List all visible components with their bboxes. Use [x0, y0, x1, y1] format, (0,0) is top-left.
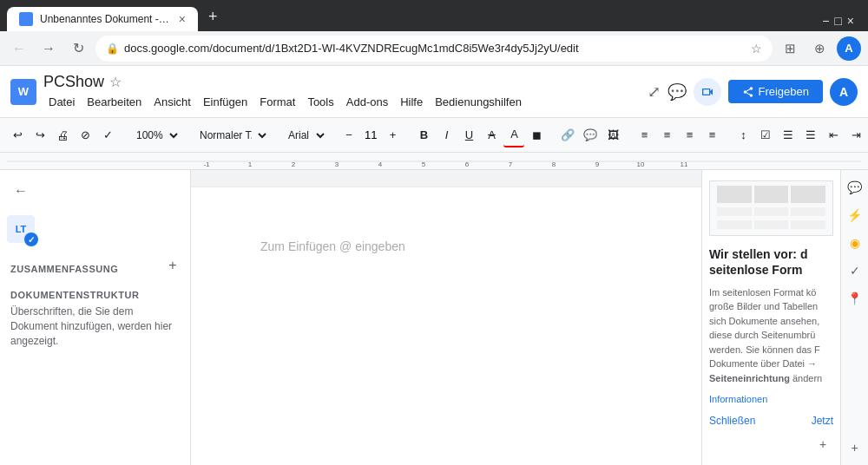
doc-title[interactable]: PCShow	[43, 73, 104, 91]
menu-hilfe[interactable]: Hilfe	[395, 93, 428, 111]
reload-button[interactable]: ↻	[66, 36, 90, 61]
share-label: Freigeben	[758, 85, 809, 98]
star-icon[interactable]: ☆	[109, 74, 122, 90]
accept-panel-button[interactable]: Jetzt	[812, 415, 833, 427]
right-panel-info-link[interactable]: Informationen	[709, 394, 833, 404]
right-icon-keep[interactable]: ◉	[845, 232, 865, 253]
address-url[interactable]: docs.google.com/document/d/1Bxt2D1-WI-4K…	[124, 42, 746, 55]
right-icon-tasks[interactable]: ✓	[845, 260, 865, 281]
menu-bearbeiten[interactable]: Bearbeiten	[82, 93, 147, 111]
svg-text:2: 2	[292, 160, 296, 168]
right-panel-body: Im seitenlosen Format kö große Bilder un…	[709, 285, 833, 386]
italic-button[interactable]: I	[436, 123, 457, 147]
strikethrough-button[interactable]: A	[481, 123, 502, 147]
back-button[interactable]: ←	[7, 36, 31, 61]
numbered-list-button[interactable]: ☰	[800, 123, 821, 147]
image-button[interactable]: 🖼	[602, 123, 623, 147]
bookmark-icon[interactable]: ☆	[751, 42, 762, 56]
right-panel: Wir stellen vor: d seitenlose Form Im se…	[701, 170, 840, 465]
redo-button[interactable]: ↪	[30, 123, 50, 147]
extension-button[interactable]: ⊞	[778, 36, 802, 61]
user-avatar[interactable]: A	[830, 78, 858, 106]
paint-format-button[interactable]: ⊘	[75, 123, 95, 147]
decrease-indent-button[interactable]: ⇤	[823, 123, 844, 147]
lt-badge[interactable]: LT ✓	[7, 215, 35, 243]
font-select[interactable]: Arial	[280, 124, 328, 147]
forward-button[interactable]: →	[36, 36, 61, 61]
tab-close-button[interactable]: ×	[179, 12, 186, 26]
svg-text:11: 11	[681, 160, 688, 168]
close-panel-button[interactable]: Schließen	[709, 415, 755, 427]
menu-addons[interactable]: Add-ons	[341, 93, 393, 111]
print-button[interactable]: 🖨	[52, 123, 73, 147]
bold-button[interactable]: B	[413, 123, 434, 147]
menu-format[interactable]: Format	[254, 93, 300, 111]
spell-check-button[interactable]: ✓	[97, 123, 118, 147]
style-select[interactable]: Normaler T...	[192, 124, 270, 147]
right-panel-actions: Schließen Jetzt	[709, 415, 833, 427]
font-size-decrease-button[interactable]: −	[339, 123, 359, 147]
svg-text:3: 3	[335, 160, 339, 168]
docs-sidebar: ← LT ✓ ZUSAMMENFASSUNG + DOKUMENTENSTRUK…	[0, 170, 191, 465]
right-icon-add[interactable]: +	[845, 437, 865, 458]
align-center-button[interactable]: ≡	[656, 123, 677, 147]
font-size-display: 11	[361, 128, 380, 141]
add-summary-button[interactable]: +	[162, 255, 183, 276]
line-spacing-button[interactable]: ↕	[733, 123, 753, 147]
summary-title: ZUSAMMENFASSUNG	[10, 264, 118, 274]
menu-datei[interactable]: Datei	[43, 93, 80, 111]
comment-toolbar-button[interactable]: 💬	[580, 123, 601, 147]
font-color-button[interactable]: A	[503, 123, 524, 147]
right-icon-maps[interactable]: 📍	[845, 288, 865, 309]
lock-icon: 🔒	[106, 43, 119, 55]
share-button[interactable]: Freigeben	[728, 80, 823, 103]
align-left-button[interactable]: ≡	[634, 123, 654, 147]
maximize-button[interactable]: □	[834, 14, 841, 28]
increase-indent-button[interactable]: ⇥	[845, 123, 866, 147]
right-icon-explore[interactable]: ⚡	[845, 205, 865, 226]
menu-einfuegen[interactable]: Einfügen	[198, 93, 253, 111]
align-right-button[interactable]: ≡	[679, 123, 700, 147]
docs-title-area: PCShow ☆ Datei Bearbeiten Ansicht Einfüg…	[43, 73, 641, 111]
profile-avatar[interactable]: A	[837, 36, 861, 61]
puzzle-button[interactable]: ⊕	[807, 36, 832, 61]
zoom-select[interactable]: 100%	[128, 124, 181, 147]
explore-button[interactable]: ⤢	[648, 82, 661, 102]
structure-empty-text: Überschriften, die Sie dem Dokument hinz…	[7, 301, 183, 351]
undo-button[interactable]: ↩	[7, 123, 28, 147]
bullet-list-button[interactable]: ☰	[778, 123, 799, 147]
svg-text:9: 9	[595, 160, 600, 168]
right-panel-heading: Wir stellen vor: d seitenlose Form	[709, 246, 833, 278]
preview-line	[717, 235, 793, 237]
meet-button[interactable]	[694, 78, 721, 106]
expand-panel-button[interactable]: +	[812, 434, 833, 455]
svg-text:5: 5	[422, 160, 426, 168]
comment-button[interactable]: 💬	[667, 82, 687, 102]
link-button[interactable]: 🔗	[557, 123, 578, 147]
minimize-button[interactable]: −	[822, 14, 829, 28]
svg-text:10: 10	[637, 160, 645, 168]
menu-ansicht[interactable]: Ansicht	[148, 93, 196, 111]
preview-line	[717, 180, 825, 181]
lt-check-icon: ✓	[24, 232, 38, 246]
svg-text:-1: -1	[203, 160, 210, 168]
sidebar-back-button[interactable]: ←	[7, 177, 35, 205]
menu-tools[interactable]: Tools	[302, 93, 339, 111]
svg-text:6: 6	[465, 160, 470, 168]
new-tab-button[interactable]: +	[201, 4, 225, 29]
checklist-button[interactable]: ☑	[755, 123, 776, 147]
svg-text:8: 8	[552, 160, 556, 168]
ruler: -1 1 2 3 4 5 6 7 8 9 10 11	[0, 153, 868, 170]
menu-bedienungshilfen[interactable]: Bedienungshilfen	[430, 93, 527, 111]
active-tab[interactable]: Unbenanntes Dokument - Goog ×	[7, 7, 198, 31]
svg-text:1: 1	[248, 160, 253, 168]
underline-button[interactable]: U	[458, 123, 479, 147]
highlight-button[interactable]: ◼	[526, 123, 547, 147]
document-page-area[interactable]: Zum Einfügen @ eingeben	[191, 170, 701, 465]
right-icon-chat[interactable]: 💬	[845, 177, 865, 198]
justify-button[interactable]: ≡	[701, 123, 722, 147]
document-page[interactable]: Zum Einfügen @ eingeben	[191, 187, 701, 465]
close-window-button[interactable]: ×	[847, 14, 854, 28]
font-size-increase-button[interactable]: +	[382, 123, 403, 147]
tab-favicon	[19, 12, 33, 26]
